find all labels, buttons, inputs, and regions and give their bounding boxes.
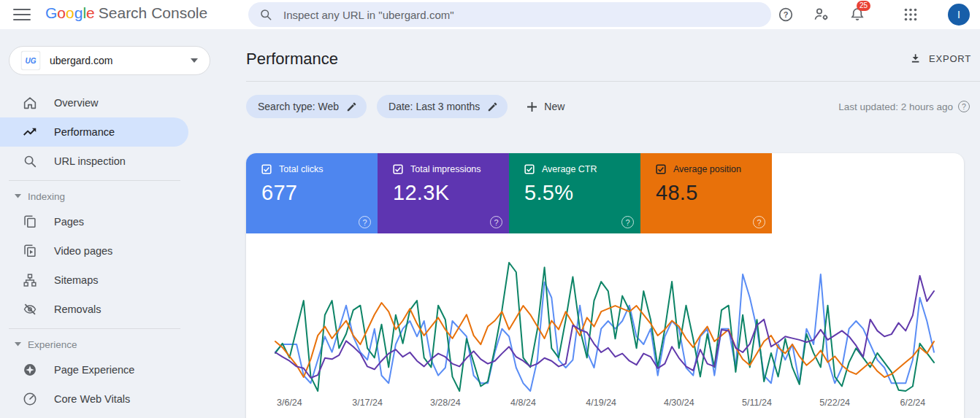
- sidebar-item-label: Performance: [54, 126, 115, 138]
- x-axis-tick-label: 3/17/24: [352, 398, 383, 408]
- x-axis-tick-label: 4/19/24: [586, 398, 616, 408]
- trending-up-icon: [22, 124, 38, 140]
- app-logo[interactable]: GoogleSearch Console: [45, 4, 207, 22]
- export-label: EXPORT: [929, 53, 971, 64]
- export-button[interactable]: EXPORT: [909, 53, 971, 65]
- metric-value: 5.5%: [524, 181, 640, 205]
- logo-letter: G: [45, 4, 57, 22]
- logo-letter: o: [57, 4, 66, 22]
- sidebar-item-label: Sitemaps: [54, 274, 98, 286]
- removals-icon: [22, 301, 38, 317]
- metric-total-clicks[interactable]: Total clicks 677 ?: [246, 153, 378, 233]
- property-selector[interactable]: UG ubergard.com: [9, 46, 210, 75]
- home-icon: [22, 95, 38, 111]
- sidebar-item-performance[interactable]: Performance: [0, 117, 188, 147]
- x-axis-tick-label: 3/28/24: [430, 398, 461, 408]
- metric-average-ctr[interactable]: Average CTR 5.5% ?: [509, 153, 640, 233]
- download-icon: [909, 53, 922, 65]
- section-title: Experience: [28, 339, 77, 350]
- sidebar-item-label: Core Web Vitals: [54, 393, 130, 405]
- user-settings-icon[interactable]: [813, 6, 830, 23]
- sidebar-item-label: Pages: [54, 216, 84, 228]
- logo-product-name: Search Console: [99, 4, 207, 22]
- sidebar-item-core-web-vitals[interactable]: Core Web Vitals: [0, 384, 188, 414]
- collapse-triangle-icon: [15, 342, 21, 347]
- metric-value: 48.5: [656, 181, 772, 205]
- core-web-vitals-icon: [22, 391, 38, 407]
- sitemaps-icon: [22, 272, 38, 288]
- sidebar-item-label: URL inspection: [54, 155, 126, 167]
- checkbox-checked-icon[interactable]: [261, 164, 272, 174]
- metric-tiles: Total clicks 677 ? Total impressions 12.…: [246, 153, 964, 233]
- last-updated-text: Last updated: 2 hours ago: [838, 101, 953, 112]
- sidebar-item-removals[interactable]: Removals: [0, 295, 188, 324]
- account-avatar[interactable]: I: [948, 4, 970, 26]
- sidebar-item-label: Overview: [54, 97, 98, 109]
- filter-chip-date[interactable]: Date: Last 3 months: [377, 95, 508, 118]
- sidebar-section-experience[interactable]: Experience: [0, 333, 219, 355]
- new-label: New: [544, 101, 564, 112]
- checkbox-checked-icon[interactable]: [524, 164, 535, 174]
- logo-letter: g: [74, 4, 83, 22]
- help-icon[interactable]: ?: [359, 216, 371, 228]
- logo-letter: e: [86, 4, 95, 22]
- sidebar-item-overview[interactable]: Overview: [0, 88, 188, 117]
- search-icon: [259, 7, 273, 22]
- metric-label: Average position: [673, 164, 741, 174]
- x-axis-tick-label: 5/22/24: [819, 398, 850, 408]
- filter-label: Date: Last 3 months: [388, 101, 480, 112]
- metric-average-position[interactable]: Average position 48.5 ?: [640, 153, 772, 233]
- sidebar-item-page-experience[interactable]: Page Experience: [0, 355, 188, 384]
- metric-total-impressions[interactable]: Total impressions 12.3K ?: [378, 153, 509, 233]
- divider: [9, 328, 180, 329]
- property-favicon: UG: [21, 51, 40, 70]
- sidebar-item-label: Page Experience: [54, 364, 134, 376]
- filter-label: Search type: Web: [258, 101, 339, 112]
- help-icon[interactable]: ?: [958, 101, 970, 112]
- x-axis-tick-label: 4/8/24: [510, 398, 536, 408]
- sidebar-item-label: Removals: [54, 303, 101, 315]
- chart-series-average-ctr: [275, 263, 934, 391]
- sidebar-nav: UG ubergard.com Overview Performance URL…: [0, 29, 219, 418]
- checkbox-checked-icon[interactable]: [393, 164, 403, 174]
- sidebar-item-sitemaps[interactable]: Sitemaps: [0, 266, 188, 295]
- chart-series-total-impressions: [275, 276, 934, 378]
- sidebar-item-pages[interactable]: Pages: [0, 207, 188, 236]
- search-input[interactable]: [282, 8, 761, 22]
- property-name: ubergard.com: [50, 55, 112, 66]
- chevron-down-icon: [191, 58, 198, 63]
- performance-chart[interactable]: 3/6/243/17/243/28/244/8/244/19/244/30/24…: [246, 233, 964, 418]
- sidebar-item-url-inspection[interactable]: URL inspection: [0, 147, 188, 176]
- help-icon[interactable]: ?: [490, 216, 502, 228]
- page-experience-icon: [22, 362, 38, 378]
- video-pages-icon: [22, 243, 38, 259]
- metric-value: 677: [261, 181, 378, 205]
- checkbox-checked-icon[interactable]: [656, 164, 666, 174]
- divider: [246, 81, 980, 82]
- sidebar-item-video-pages[interactable]: Video pages: [0, 236, 188, 266]
- sidebar-item-label: Video pages: [54, 245, 112, 257]
- metric-label: Total clicks: [279, 164, 323, 174]
- search-icon: [22, 153, 38, 169]
- x-axis-tick-label: 5/11/24: [742, 398, 772, 408]
- sidebar-section-indexing[interactable]: Indexing: [0, 185, 219, 207]
- logo-letter: o: [66, 4, 74, 22]
- chart-series-average-position: [275, 303, 934, 377]
- plus-icon: [527, 101, 537, 112]
- notifications-icon[interactable]: 25: [849, 6, 866, 23]
- help-icon[interactable]: ?: [621, 216, 634, 228]
- performance-report-card: Total clicks 677 ? Total impressions 12.…: [246, 153, 964, 418]
- metric-value: 12.3K: [393, 181, 509, 205]
- page-title: Performance: [246, 50, 338, 69]
- help-icon[interactable]: ?: [753, 216, 765, 228]
- notification-badge: 25: [857, 1, 870, 11]
- edit-pencil-icon: [346, 101, 357, 112]
- hamburger-menu-icon[interactable]: [13, 6, 31, 23]
- x-axis-tick-label: 6/2/24: [900, 398, 926, 408]
- x-axis-tick-label: 3/6/24: [277, 398, 302, 408]
- filter-chip-search-type[interactable]: Search type: Web: [246, 95, 367, 118]
- help-icon[interactable]: ?: [777, 6, 795, 23]
- url-inspect-searchbar[interactable]: [248, 2, 771, 27]
- apps-grid-icon[interactable]: [902, 6, 919, 23]
- new-filter-button[interactable]: New: [527, 101, 564, 112]
